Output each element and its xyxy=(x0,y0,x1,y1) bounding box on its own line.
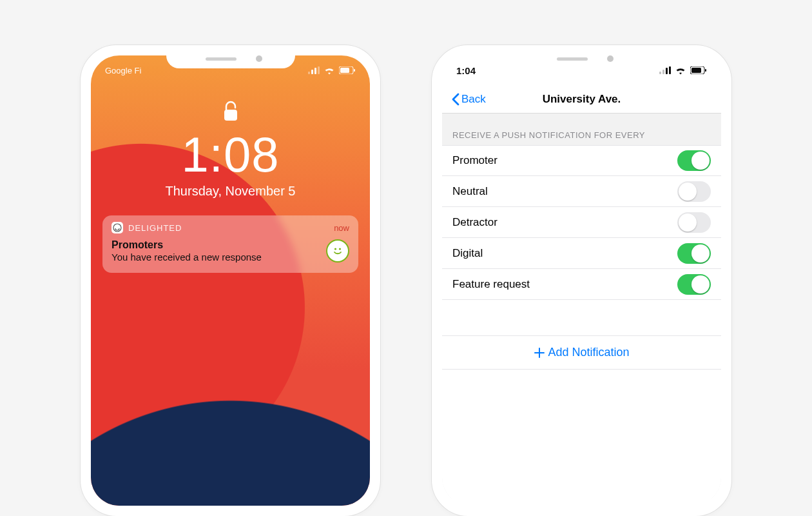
plus-icon xyxy=(534,347,545,359)
settings-row: Promoter xyxy=(442,145,721,176)
svg-rect-2 xyxy=(314,68,316,74)
svg-rect-17 xyxy=(705,69,706,72)
settings-row-label: Digital xyxy=(452,247,677,260)
svg-rect-7 xyxy=(224,110,237,121)
section-header: RECEIVE A PUSH NOTIFICATION FOR EVERY xyxy=(442,114,721,145)
settings-row-label: Feature request xyxy=(452,278,677,291)
svg-rect-5 xyxy=(340,68,349,73)
settings-row: Detractor xyxy=(442,207,721,238)
settings-row-label: Promoter xyxy=(452,154,677,167)
phone-lockscreen: Google Fi 1:08 Thu xyxy=(81,45,380,516)
settings-row-label: Detractor xyxy=(452,216,677,229)
svg-rect-3 xyxy=(318,66,320,74)
notification-title: Promoters xyxy=(111,239,262,252)
notification-when: now xyxy=(334,223,349,233)
notification-app-icon xyxy=(111,222,123,233)
svg-rect-6 xyxy=(354,69,355,72)
nav-bar: Back University Ave. xyxy=(442,85,721,114)
lockscreen-time: 1:08 xyxy=(91,126,370,183)
settings-row: Neutral xyxy=(442,176,721,207)
add-notification-label: Add Notification xyxy=(548,346,629,359)
svg-rect-0 xyxy=(308,72,310,74)
add-notification-button[interactable]: Add Notification xyxy=(442,336,721,370)
toggle[interactable] xyxy=(677,243,711,264)
lock-icon xyxy=(91,101,370,123)
chevron-left-icon xyxy=(451,93,460,106)
spacer-row xyxy=(442,300,721,336)
notification-message: You have received a new response xyxy=(111,252,262,264)
svg-rect-1 xyxy=(311,70,313,74)
settings-row: Feature request xyxy=(442,269,721,300)
back-label: Back xyxy=(461,93,486,106)
toggle[interactable] xyxy=(677,274,711,295)
settings-row: Digital xyxy=(442,238,721,269)
svg-rect-11 xyxy=(659,72,661,74)
phone-notch xyxy=(166,49,295,68)
lockscreen-date: Thursday, November 5 xyxy=(91,184,370,199)
signal-icon xyxy=(308,66,320,74)
notification-app-name: DELIGHTED xyxy=(128,223,182,233)
toggle[interactable] xyxy=(677,150,711,171)
battery-icon xyxy=(339,66,356,74)
svg-point-10 xyxy=(339,248,341,250)
carrier-label: Google Fi xyxy=(105,66,141,75)
toggle[interactable] xyxy=(677,181,711,202)
phone-settings: 1:04 Back xyxy=(432,45,731,516)
wifi-icon xyxy=(324,66,335,75)
svg-rect-14 xyxy=(669,66,671,74)
svg-point-9 xyxy=(334,248,336,250)
notification-card[interactable]: DELIGHTED now Promoters You have receive… xyxy=(102,215,358,273)
svg-rect-16 xyxy=(691,68,701,73)
smiley-icon xyxy=(326,239,349,263)
phone-notch xyxy=(517,49,646,68)
back-button[interactable]: Back xyxy=(451,93,486,106)
svg-rect-12 xyxy=(662,70,664,74)
toggle[interactable] xyxy=(677,212,711,233)
wifi-icon xyxy=(675,66,686,75)
battery-icon xyxy=(690,66,707,74)
page-title: University Ave. xyxy=(543,93,621,106)
signal-icon xyxy=(659,66,671,74)
svg-rect-13 xyxy=(666,68,668,74)
settings-row-label: Neutral xyxy=(452,185,677,198)
status-time: 1:04 xyxy=(456,65,476,76)
